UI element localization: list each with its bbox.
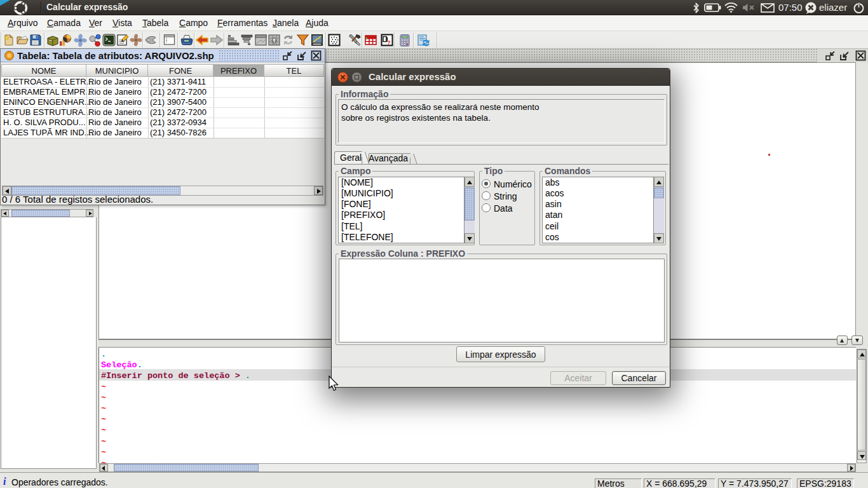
svg-text:?: ? bbox=[387, 39, 391, 46]
